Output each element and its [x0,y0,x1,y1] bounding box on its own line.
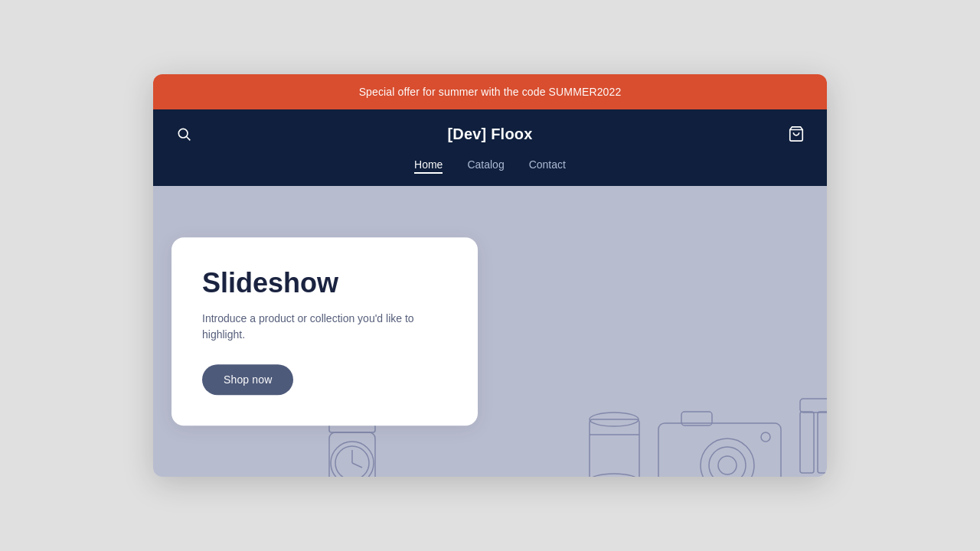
hero-section: Slideshow Introduce a product or collect… [153,186,827,477]
svg-point-13 [718,456,737,474]
svg-rect-16 [800,412,814,473]
nav-item-home[interactable]: Home [414,158,443,174]
svg-point-0 [178,129,188,138]
search-button[interactable] [172,122,196,146]
slide-description: Introduce a product or collection you'd … [202,311,444,343]
cart-icon [788,126,805,142]
svg-rect-10 [658,423,781,477]
svg-point-43 [590,474,639,477]
search-icon [176,126,191,142]
site-header: [Dev] Floox Home Catalog Contact [153,109,827,186]
announcement-bar: Special offer for summer with the code S… [153,74,827,109]
slide-card: Slideshow Introduce a product or collect… [172,237,478,425]
browser-window: Special offer for summer with the code S… [153,74,827,477]
svg-rect-17 [818,412,827,473]
site-logo: [Dev] Floox [447,126,532,143]
svg-point-12 [709,447,746,477]
svg-rect-19 [800,399,827,412]
main-nav: Home Catalog Contact [414,158,566,186]
svg-line-1 [187,137,191,141]
svg-point-11 [701,439,754,477]
svg-point-15 [761,432,770,442]
shop-now-button[interactable]: Shop now [202,364,293,395]
svg-rect-41 [590,419,639,477]
nav-item-contact[interactable]: Contact [529,158,566,174]
svg-line-8 [352,463,362,468]
nav-item-catalog[interactable]: Catalog [467,158,504,174]
slide-title: Slideshow [202,268,444,298]
cart-button[interactable] [784,122,808,146]
announcement-text: Special offer for summer with the code S… [359,86,622,98]
header-top: [Dev] Floox [172,109,808,158]
